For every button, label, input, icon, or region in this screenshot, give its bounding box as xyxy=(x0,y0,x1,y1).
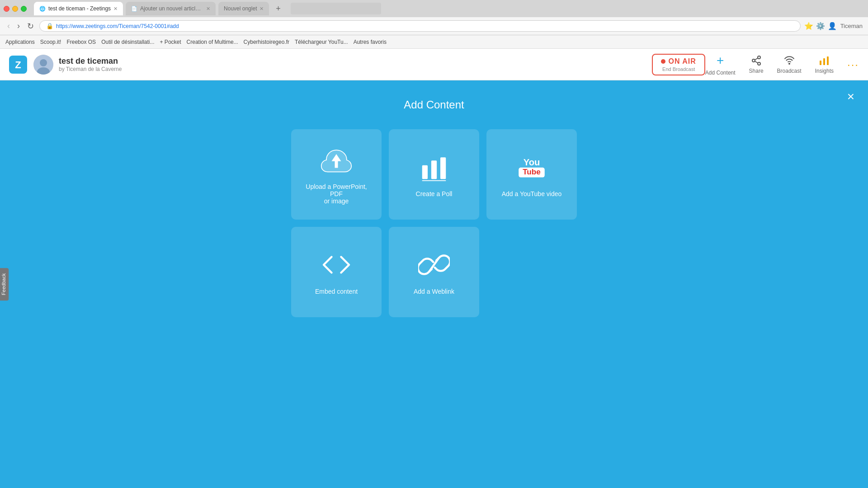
code-icon xyxy=(321,249,352,281)
traffic-lights xyxy=(4,6,27,12)
tab-zeetings[interactable]: 🌐 test de ticeman - Zeetings ✕ xyxy=(34,2,123,15)
svg-rect-12 xyxy=(823,58,825,65)
forward-button[interactable]: › xyxy=(15,21,22,31)
weblink-card[interactable]: Add a Weblink xyxy=(389,227,479,317)
bookmark-autres[interactable]: Autres favoris xyxy=(354,39,387,45)
svg-point-7 xyxy=(758,62,760,65)
svg-point-3 xyxy=(40,59,47,66)
tab-close-button-3[interactable]: ✕ xyxy=(259,6,264,12)
bookmark-creation[interactable]: Creation of Multime... xyxy=(187,39,238,45)
feedback-tab[interactable]: Feedback xyxy=(0,268,9,300)
youtube-icon: You Tube xyxy=(516,151,547,183)
insights-icon xyxy=(819,55,830,66)
weblink-label: Add a Weblink xyxy=(414,288,454,295)
svg-rect-17 xyxy=(440,157,446,179)
url-input[interactable]: 🔒 https://www.zeetings.com/Ticeman/7542-… xyxy=(39,20,801,32)
tab-close-button-2[interactable]: ✕ xyxy=(206,6,210,12)
share-button[interactable]: Share xyxy=(749,55,764,74)
embed-card[interactable]: Embed content xyxy=(291,227,382,317)
new-tab-button[interactable]: + xyxy=(272,2,284,15)
svg-text:Tube: Tube xyxy=(523,168,541,176)
app-header: Z test de ticeman by Ticeman de la Caver… xyxy=(0,49,868,80)
svg-rect-11 xyxy=(820,61,821,65)
upload-card[interactable]: Upload a PowerPoint, PDF or image xyxy=(291,129,382,220)
svg-point-6 xyxy=(752,59,755,62)
broadcast-button[interactable]: Broadcast xyxy=(777,55,802,74)
more-button[interactable]: ··· xyxy=(847,58,859,71)
on-air-button[interactable]: ON AIR End Broadcast xyxy=(652,54,705,75)
presentation-info: test de ticeman by Ticeman de la Caverne xyxy=(59,56,652,72)
bookmark-pocket[interactable]: + Pocket xyxy=(160,39,181,45)
link-icon xyxy=(418,249,450,281)
insights-button[interactable]: Insights xyxy=(815,55,834,74)
add-content-button[interactable]: + Add Content xyxy=(705,53,736,76)
extension-icons: ⭐ ⚙️ 👤 xyxy=(804,22,837,30)
svg-rect-13 xyxy=(827,56,829,65)
poll-icon xyxy=(418,151,450,183)
bookmark-scoopit[interactable]: Scoop.it! xyxy=(40,39,61,45)
back-button[interactable]: ‹ xyxy=(5,21,12,31)
bookmark-cyber[interactable]: Cyberhistoiregeo.fr xyxy=(244,39,289,45)
tab-article[interactable]: 📄 Ajouter un nouvel article · L... ✕ xyxy=(126,2,216,15)
main-area: Feedback × Add Content Upload a PowerPoi… xyxy=(0,80,868,488)
svg-line-9 xyxy=(755,58,758,60)
embed-label: Embed content xyxy=(315,288,358,295)
more-icon: ··· xyxy=(847,58,859,71)
bookmarks-bar: Applications Scoop.it! Freebox OS Outil … xyxy=(0,35,868,49)
plus-icon: + xyxy=(717,53,724,68)
address-bar: ‹ › ↻ 🔒 https://www.zeetings.com/Ticeman… xyxy=(0,17,868,35)
on-air-label: ON AIR xyxy=(668,57,696,66)
poll-card[interactable]: Create a Poll xyxy=(389,129,479,220)
svg-rect-18 xyxy=(422,180,446,181)
tab-close-button[interactable]: ✕ xyxy=(113,6,118,12)
fullscreen-window-button[interactable] xyxy=(21,6,27,12)
modal-title: Add Content xyxy=(404,99,464,111)
bookmark-freebox[interactable]: Freebox OS xyxy=(66,39,96,45)
user-name: Ticeman xyxy=(840,23,863,29)
tab-new[interactable]: Nouvel onglet ✕ xyxy=(218,2,269,15)
svg-text:You: You xyxy=(524,157,540,167)
youtube-card[interactable]: You Tube Add a YouTube video xyxy=(486,129,577,220)
poll-label: Create a Poll xyxy=(416,190,453,197)
share-icon xyxy=(751,55,762,66)
cards-grid: Upload a PowerPoint, PDF or image Create… xyxy=(291,129,577,317)
on-air-dot xyxy=(661,59,665,64)
close-modal-button[interactable]: × xyxy=(847,89,854,104)
svg-point-10 xyxy=(789,63,790,64)
browser-chrome: 🌐 test de ticeman - Zeetings ✕ 📄 Ajouter… xyxy=(0,0,868,49)
bookmark-outil[interactable]: Outil de désinstallati... xyxy=(101,39,154,45)
modal-title-container: Add Content xyxy=(0,80,868,125)
upload-label: Upload a PowerPoint, PDF or image xyxy=(300,183,373,205)
avatar xyxy=(33,55,53,75)
app-logo[interactable]: Z xyxy=(9,56,27,74)
svg-point-5 xyxy=(758,56,760,59)
presentation-subtitle: by Ticeman de la Caverne xyxy=(59,66,652,72)
reload-button[interactable]: ↻ xyxy=(25,21,36,31)
end-broadcast-label: End Broadcast xyxy=(662,66,695,72)
new-tab-placeholder xyxy=(291,3,381,14)
svg-rect-15 xyxy=(422,165,428,179)
minimize-window-button[interactable] xyxy=(12,6,18,12)
bookmark-applications[interactable]: Applications xyxy=(5,39,35,45)
broadcast-icon xyxy=(784,55,795,66)
tab-bar: 🌐 test de ticeman - Zeetings ✕ 📄 Ajouter… xyxy=(0,0,868,17)
svg-text:Z: Z xyxy=(15,59,21,70)
header-actions: + Add Content Share Broadcast Insig xyxy=(705,53,859,76)
youtube-label: Add a YouTube video xyxy=(502,190,562,197)
presentation-title: test de ticeman xyxy=(59,56,652,66)
bookmark-youtube[interactable]: Téléchargeur YouTu... xyxy=(295,39,348,45)
close-window-button[interactable] xyxy=(4,6,9,12)
upload-cloud-icon xyxy=(321,144,352,176)
svg-line-8 xyxy=(755,61,758,63)
svg-rect-16 xyxy=(431,160,437,179)
